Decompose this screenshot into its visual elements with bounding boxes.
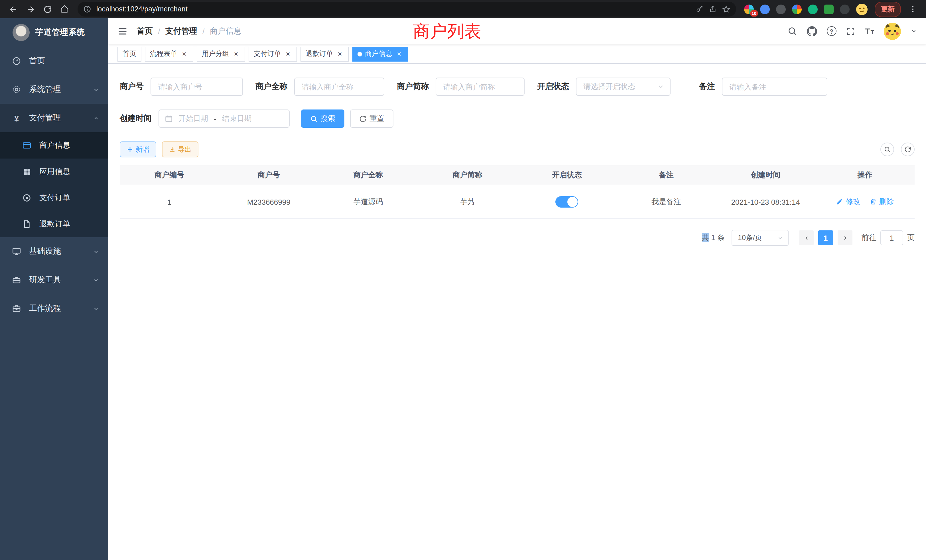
breadcrumb-home[interactable]: 首页 <box>137 26 153 36</box>
filter-row-2: 创建时间 开始日期 - 结束日期 搜索 <box>120 109 915 128</box>
close-icon[interactable]: × <box>336 50 344 58</box>
delete-button[interactable]: 删除 <box>869 197 894 207</box>
toggle-search-button[interactable] <box>881 142 894 156</box>
cell-create-time: 2021-10-23 08:31:14 <box>716 185 816 219</box>
sidebar-item-infrastructure[interactable]: 基础设施 <box>0 237 108 266</box>
refresh-table-button[interactable] <box>901 142 915 156</box>
url-text: localhost:1024/pay/merchant <box>96 5 690 13</box>
create-time-range-picker[interactable]: 开始日期 - 结束日期 <box>159 109 290 128</box>
menu-label: 支付订单 <box>39 193 99 203</box>
browser-update-button[interactable]: 更新 <box>875 2 901 17</box>
reset-button[interactable]: 重置 <box>350 109 393 128</box>
close-icon[interactable]: × <box>395 50 403 58</box>
bookmark-star-icon[interactable] <box>722 5 731 14</box>
date-start-placeholder[interactable]: 开始日期 <box>179 114 208 124</box>
app-logo[interactable]: 芋道管理系统 <box>0 18 108 47</box>
export-button[interactable]: 导出 <box>162 141 198 157</box>
chevron-left-icon <box>803 235 809 241</box>
main-area: 首页 / 支付管理 / 商户信息 商户列表 ? <box>108 18 926 560</box>
sidebar-item-payment[interactable]: ¥ 支付管理 <box>0 104 108 132</box>
tab-label: 退款订单 <box>306 49 333 59</box>
breadcrumb-payment[interactable]: 支付管理 <box>165 26 197 36</box>
extension-icon-dark[interactable] <box>840 4 850 14</box>
extension-icon-multicolor[interactable] <box>792 4 802 14</box>
home-icon <box>60 5 69 14</box>
password-key-icon[interactable] <box>696 5 704 13</box>
chevron-down-icon <box>93 277 99 283</box>
sidebar-item-merchant-info[interactable]: 商户信息 <box>0 132 108 159</box>
browser-refresh-button[interactable] <box>40 2 55 17</box>
sidebar-item-workflow[interactable]: 工作流程 <box>0 294 108 323</box>
browser-home-button[interactable] <box>57 2 72 17</box>
close-icon[interactable]: × <box>232 50 240 58</box>
address-bar[interactable]: localhost:1024/pay/merchant <box>77 2 736 17</box>
extension-icon-gray[interactable] <box>776 4 786 14</box>
tab-refund-order[interactable]: 退款订单 × <box>301 47 349 61</box>
tab-payment-order[interactable]: 支付订单 × <box>249 47 297 61</box>
filter-create-time: 创建时间 开始日期 - 结束日期 <box>120 109 290 128</box>
share-icon[interactable] <box>709 5 717 13</box>
short-name-input[interactable] <box>436 77 525 96</box>
browser-back-button[interactable] <box>6 2 21 17</box>
column-header: 备注 <box>617 165 716 185</box>
status-toggle[interactable] <box>555 196 578 207</box>
tab-label: 商户信息 <box>365 49 392 59</box>
screen: localhost:1024/pay/merchant 10 <box>0 0 926 560</box>
tab-merchant-info[interactable]: 商户信息 × <box>353 47 408 61</box>
remark-input[interactable] <box>722 77 828 96</box>
prev-page-button[interactable] <box>799 230 814 245</box>
status-select[interactable]: 请选择开启状态 <box>576 77 670 96</box>
full-name-input[interactable] <box>294 77 384 96</box>
extension-icon-blue[interactable] <box>760 4 770 14</box>
fullscreen-icon[interactable] <box>846 27 855 36</box>
help-icon[interactable]: ? <box>826 26 836 36</box>
user-avatar[interactable] <box>884 23 901 39</box>
filter-remark: 备注 <box>699 77 828 96</box>
sidebar-item-app-info[interactable]: 应用信息 <box>0 159 108 185</box>
chevron-right-icon <box>842 235 848 241</box>
sidebar-item-dev-tools[interactable]: 研发工具 <box>0 266 108 294</box>
next-page-button[interactable] <box>838 230 852 245</box>
extension-icon-slack[interactable]: 10 <box>744 4 754 14</box>
sidebar-item-payment-order[interactable]: 支付订单 <box>0 185 108 211</box>
page-content: 商户号 商户全称 商户简称 开启状态 请选择开启状态 <box>108 64 926 560</box>
search-icon <box>884 146 891 153</box>
kebab-menu-icon <box>909 5 917 13</box>
tab-user-group[interactable]: 用户分组 × <box>197 47 245 61</box>
browser-profile-avatar[interactable] <box>856 3 868 15</box>
page-size-value: 10条/页 <box>738 233 762 243</box>
pencil-icon <box>836 198 843 206</box>
sidebar-item-refund-order[interactable]: 退款订单 <box>0 211 108 237</box>
close-icon[interactable]: × <box>284 50 292 58</box>
tabs-bar: 首页 流程表单 × 用户分组 × 支付订单 × 退款订单 × <box>108 44 926 64</box>
sidebar-item-system[interactable]: 系统管理 <box>0 75 108 104</box>
hamburger-icon[interactable] <box>118 26 128 36</box>
download-icon <box>169 146 176 153</box>
site-info-icon[interactable] <box>83 5 91 13</box>
github-icon[interactable] <box>806 26 817 36</box>
browser-menu-icon[interactable] <box>905 2 920 17</box>
goto-page-input[interactable] <box>881 230 903 245</box>
close-icon[interactable]: × <box>180 50 188 58</box>
tab-process-form[interactable]: 流程表单 × <box>145 47 193 61</box>
tab-home[interactable]: 首页 <box>118 47 141 61</box>
chevron-down-icon <box>93 86 99 93</box>
font-size-icon[interactable]: TT <box>865 26 874 36</box>
extension-icon-green[interactable] <box>808 4 818 14</box>
browser-forward-button[interactable] <box>23 2 38 17</box>
tab-label: 用户分组 <box>202 49 229 59</box>
total-count: 共 1 条 <box>702 233 725 243</box>
chevron-down-icon[interactable] <box>911 28 917 34</box>
search-button[interactable]: 搜索 <box>301 109 344 128</box>
add-button[interactable]: 新增 <box>120 141 156 157</box>
search-icon[interactable] <box>787 26 797 36</box>
date-end-placeholder[interactable]: 结束日期 <box>222 114 252 124</box>
menu-label: 基础设施 <box>29 246 88 257</box>
edit-button[interactable]: 修改 <box>836 197 861 207</box>
sidebar-item-home[interactable]: 首页 <box>0 47 108 75</box>
filter-merchant-no: 商户号 <box>120 77 243 96</box>
page-size-select[interactable]: 10条/页 <box>732 230 788 246</box>
extension-icon-green-square[interactable] <box>824 4 834 14</box>
page-1-button[interactable]: 1 <box>818 230 833 245</box>
merchant-no-input[interactable] <box>151 77 243 96</box>
